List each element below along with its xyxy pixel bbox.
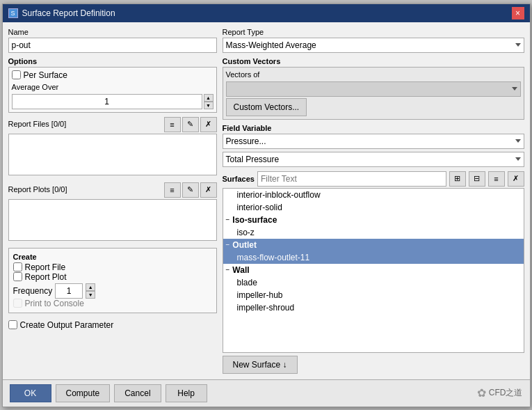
report-file-row: Report File bbox=[13, 262, 212, 272]
surface-item[interactable]: iso-z bbox=[223, 226, 524, 239]
report-plots-delete-btn[interactable]: ✗ bbox=[200, 182, 217, 198]
surfaces-label: Surfaces bbox=[223, 175, 255, 183]
bottom-buttons: OK Compute Cancel Help bbox=[10, 384, 207, 402]
surfaces-filter-btn[interactable]: ⊞ bbox=[449, 171, 466, 187]
surfaces-filter-highlight-btn[interactable]: ⊟ bbox=[469, 171, 485, 187]
field-var1-dropdown[interactable]: Pressure... bbox=[223, 134, 524, 149]
field-var2-dropdown[interactable]: Total Pressure bbox=[223, 152, 524, 167]
help-button[interactable]: Help bbox=[166, 384, 207, 402]
dialog-icon: S bbox=[8, 8, 18, 18]
per-surface-label: Per Surface bbox=[24, 70, 67, 80]
spin-up-btn[interactable]: ▲ bbox=[204, 94, 213, 102]
report-plot-row: Report Plot bbox=[13, 272, 212, 282]
surface-item[interactable]: impeller-shroud bbox=[223, 301, 524, 314]
print-to-console-label: Print to Console bbox=[25, 299, 84, 308]
report-files-label: Report Files [0/0] bbox=[8, 120, 67, 128]
frequency-label: Frequency bbox=[13, 286, 53, 296]
options-label: Options bbox=[8, 57, 217, 65]
field-var1-value: Pressure... bbox=[226, 136, 266, 146]
custom-vectors-box: Vectors of Custom Vectors... bbox=[223, 67, 524, 120]
per-surface-row: Per Surface bbox=[12, 70, 213, 80]
per-surface-checkbox[interactable] bbox=[12, 70, 21, 79]
surface-item[interactable]: impeller-hub bbox=[223, 289, 524, 301]
custom-vectors-label: Custom Vectors bbox=[223, 57, 524, 65]
frequency-input[interactable] bbox=[55, 283, 83, 299]
compute-button[interactable]: Compute bbox=[56, 384, 111, 402]
options-section: Options Per Surface Average Over ▲ ▼ bbox=[8, 57, 217, 113]
report-files-list-btn[interactable]: ≡ bbox=[164, 117, 181, 132]
report-plots-edit-btn[interactable]: ✎ bbox=[182, 182, 199, 198]
print-to-console-row: Print to Console bbox=[13, 299, 212, 308]
report-type-label: Report Type bbox=[223, 28, 524, 36]
surfaces-filter-clear-btn[interactable]: ≡ bbox=[488, 171, 505, 187]
report-plot-label: Report Plot bbox=[25, 272, 67, 282]
report-files-delete-btn[interactable]: ✗ bbox=[200, 117, 217, 132]
left-panel: Name Options Per Surface Average Over ▲ bbox=[8, 28, 217, 374]
surfaces-filter-input[interactable] bbox=[257, 171, 446, 187]
average-over-input[interactable] bbox=[12, 94, 202, 109]
create-output-label: Create Output Parameter bbox=[20, 320, 114, 330]
name-input[interactable] bbox=[8, 38, 217, 53]
frequency-spinner: ▲ ▼ bbox=[86, 283, 95, 299]
surface-group[interactable]: −Wall bbox=[223, 264, 524, 276]
field-var1-arrow-icon bbox=[515, 139, 521, 143]
report-plots-label: Report Plots [0/0] bbox=[8, 185, 67, 194]
name-section: Name bbox=[8, 28, 217, 53]
average-over-label: Average Over bbox=[12, 83, 213, 91]
report-plot-checkbox[interactable] bbox=[13, 272, 22, 281]
field-variable-label: Field Variable bbox=[223, 124, 524, 132]
report-files-list bbox=[8, 134, 217, 175]
options-box: Per Surface Average Over ▲ ▼ bbox=[8, 67, 217, 113]
report-type-dropdown[interactable]: Mass-Weighted Average bbox=[223, 38, 524, 53]
report-type-section: Report Type Mass-Weighted Average bbox=[223, 28, 524, 53]
create-output-row: Create Output Parameter bbox=[8, 320, 217, 330]
field-var2-value: Total Pressure bbox=[226, 155, 280, 164]
surface-group[interactable]: −Outlet bbox=[223, 239, 524, 251]
surfaces-section: Surfaces ⊞ ⊟ ≡ ✗ interior-inblock-outflo… bbox=[223, 171, 524, 374]
report-plots-section: Report Plots [0/0] ≡ ✎ ✗ bbox=[8, 182, 217, 241]
surface-item[interactable]: interior-solid bbox=[223, 201, 524, 214]
right-panel: Report Type Mass-Weighted Average Custom… bbox=[223, 28, 524, 374]
surface-item[interactable]: mass-flow-outlet-11 bbox=[223, 251, 524, 264]
new-surface-button[interactable]: New Surface ↓ bbox=[223, 356, 298, 374]
freq-spin-up-btn[interactable]: ▲ bbox=[86, 283, 95, 291]
close-button[interactable]: × bbox=[512, 7, 524, 19]
frequency-row: Frequency ▲ ▼ bbox=[13, 283, 212, 299]
print-to-console-checkbox[interactable] bbox=[13, 299, 22, 308]
field-var2-arrow-icon bbox=[515, 157, 521, 161]
name-label: Name bbox=[8, 28, 217, 36]
average-over-spinner: ▲ ▼ bbox=[204, 94, 213, 109]
spin-down-btn[interactable]: ▼ bbox=[204, 102, 213, 109]
report-plots-buttons: ≡ ✎ ✗ bbox=[164, 182, 217, 198]
vectors-of-dropdown[interactable] bbox=[226, 81, 521, 97]
cfd-logo: ✿ CFD之道 bbox=[477, 386, 523, 400]
title-bar: S Surface Report Definition × bbox=[3, 4, 530, 22]
custom-vectors-button[interactable]: Custom Vectors... bbox=[226, 98, 307, 116]
surface-item[interactable]: interior-inblock-outflow bbox=[223, 189, 524, 201]
create-section: Create Report File Report Plot Frequency… bbox=[8, 248, 217, 313]
create-label: Create bbox=[13, 253, 212, 261]
bottom-bar: OK Compute Cancel Help ✿ CFD之道 bbox=[3, 379, 530, 407]
surfaces-header: Surfaces ⊞ ⊟ ≡ ✗ bbox=[223, 171, 524, 187]
report-files-buttons: ≡ ✎ ✗ bbox=[164, 117, 217, 132]
cancel-button[interactable]: Cancel bbox=[114, 384, 161, 402]
report-files-section: Report Files [0/0] ≡ ✎ ✗ bbox=[8, 117, 217, 175]
cfd-logo-text: CFD之道 bbox=[489, 387, 523, 399]
surfaces-remove-btn[interactable]: ✗ bbox=[508, 171, 524, 187]
surface-group[interactable]: −Iso-surface bbox=[223, 214, 524, 226]
report-files-edit-btn[interactable]: ✎ bbox=[182, 117, 199, 132]
report-plots-list bbox=[8, 199, 217, 241]
vectors-of-label: Vectors of bbox=[226, 70, 521, 79]
report-file-label: Report File bbox=[25, 262, 66, 272]
create-output-checkbox[interactable] bbox=[8, 320, 17, 329]
surface-item[interactable]: blade bbox=[223, 276, 524, 289]
report-file-checkbox[interactable] bbox=[13, 262, 22, 271]
surfaces-list[interactable]: interior-inblock-outflowinterior-solid−I… bbox=[223, 188, 524, 353]
report-type-arrow-icon bbox=[515, 43, 521, 47]
ok-button[interactable]: OK bbox=[10, 384, 51, 402]
report-type-value: Mass-Weighted Average bbox=[226, 40, 316, 50]
average-over-row: ▲ ▼ bbox=[12, 94, 213, 109]
freq-spin-down-btn[interactable]: ▼ bbox=[86, 291, 95, 299]
report-plots-list-btn[interactable]: ≡ bbox=[164, 182, 181, 198]
surface-report-dialog: S Surface Report Definition × Name Optio… bbox=[2, 3, 531, 407]
